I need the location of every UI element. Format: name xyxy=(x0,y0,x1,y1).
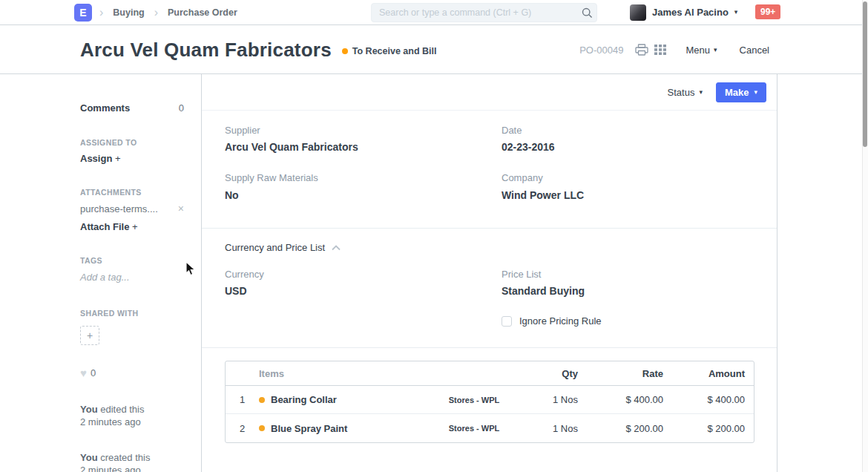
caret-down-icon: ▾ xyxy=(754,89,757,96)
search-input[interactable] xyxy=(372,7,577,18)
item-amount: $ 200.00 xyxy=(663,423,745,434)
currency-label: Currency xyxy=(225,269,264,280)
supply-raw-materials-value[interactable]: No xyxy=(225,189,239,201)
header-amount: Amount xyxy=(663,368,745,379)
activity-action: edited this xyxy=(100,404,144,415)
activity-when: 2 minutes ago xyxy=(80,416,184,428)
navbar: E › Buying › Purchase Order James Al Pac… xyxy=(0,0,868,25)
item-name[interactable]: Blue Spray Paint xyxy=(271,423,347,434)
item-warehouse: Stores - WPL xyxy=(426,396,522,404)
app-logo[interactable]: E xyxy=(74,4,92,22)
date-label: Date xyxy=(502,125,522,136)
add-share-button[interactable]: + xyxy=(80,326,99,345)
section-currency-price-list[interactable]: Currency and Price List xyxy=(225,242,341,253)
currency-value[interactable]: USD xyxy=(225,285,247,297)
status-text: To Receive and Bill xyxy=(352,46,437,56)
menu-button[interactable]: Menu ▾ xyxy=(685,45,717,56)
status-dropdown[interactable]: Status ▾ xyxy=(668,87,703,98)
add-tag-input[interactable]: Add a tag... xyxy=(80,272,184,283)
chevron-right-icon: › xyxy=(154,7,158,19)
search-icon[interactable] xyxy=(577,7,596,19)
form-area: Status ▾ Make ▾ Supplier Arcu Vel Quam F… xyxy=(201,74,777,472)
row-index: 2 xyxy=(226,423,259,434)
scrollbar-track[interactable] xyxy=(862,0,868,472)
chevron-right-icon: › xyxy=(99,7,103,19)
status-dot-icon xyxy=(342,48,348,54)
mouse-cursor xyxy=(185,261,196,277)
heart-icon[interactable]: ♥ xyxy=(80,367,87,378)
plus-icon: + xyxy=(132,221,138,232)
user-menu[interactable]: James Al Pacino ▾ xyxy=(630,0,737,24)
header-rate: Rate xyxy=(578,368,663,379)
breadcrumb: › Buying › Purchase Order xyxy=(99,0,237,24)
activity-actor: You xyxy=(80,452,98,463)
global-search xyxy=(371,3,597,22)
table-row[interactable]: 2 Blue Spray Paint Stores - WPL 1 Nos $ … xyxy=(226,414,754,442)
activity-actor: You xyxy=(80,404,98,415)
avatar xyxy=(630,4,646,21)
supply-raw-materials-label: Supply Raw Materials xyxy=(225,172,318,183)
price-list-value[interactable]: Standard Buying xyxy=(502,285,585,297)
assign-button[interactable]: Assign + xyxy=(80,153,184,164)
assigned-to-heading: ASSIGNED TO xyxy=(80,138,184,147)
likes-count: 0 xyxy=(91,367,96,378)
cancel-button[interactable]: Cancel xyxy=(740,45,769,56)
page-title: Arcu Vel Quam Fabricators xyxy=(80,39,332,62)
item-status-dot-icon xyxy=(259,397,265,403)
table-row[interactable]: 1 Bearing Collar Stores - WPL 1 Nos $ 40… xyxy=(226,386,754,414)
doc-id: PO-00049 xyxy=(579,45,623,56)
make-button[interactable]: Make ▾ xyxy=(716,82,766,102)
activity-action: created this xyxy=(100,452,150,463)
comments-section[interactable]: Comments 0 xyxy=(80,102,184,114)
item-qty: 1 Nos xyxy=(522,423,578,434)
item-warehouse: Stores - WPL xyxy=(426,424,522,433)
section-title: Currency and Price List xyxy=(225,242,325,253)
attach-file-button[interactable]: Attach File + xyxy=(80,221,184,232)
item-qty: 1 Nos xyxy=(522,394,578,405)
company-value[interactable]: Wind Power LLC xyxy=(502,189,584,201)
item-name[interactable]: Bearing Collar xyxy=(271,394,337,405)
user-name: James Al Pacino xyxy=(652,7,729,18)
date-value[interactable]: 02-23-2016 xyxy=(502,141,555,153)
activity-when: 2 minutes ago xyxy=(80,464,184,472)
cancel-label: Cancel xyxy=(740,45,769,56)
plus-icon: + xyxy=(87,330,93,341)
attachments-heading: ATTACHMENTS xyxy=(80,188,184,197)
supplier-value[interactable]: Arcu Vel Quam Fabricators xyxy=(225,141,358,153)
breadcrumb-buying[interactable]: Buying xyxy=(113,7,144,18)
section-divider xyxy=(202,228,777,229)
row-index: 1 xyxy=(226,394,259,405)
print-icon[interactable] xyxy=(635,44,648,56)
caret-down-icon: ▾ xyxy=(734,9,738,16)
section-divider xyxy=(202,347,777,348)
item-amount: $ 400.00 xyxy=(663,394,745,405)
attachment-item: purchase-terms.... × xyxy=(80,203,184,214)
menu-label: Menu xyxy=(685,45,710,56)
item-rate: $ 200.00 xyxy=(578,423,663,434)
caret-down-icon: ▾ xyxy=(714,47,717,53)
activity-entry: You created this 2 minutes ago xyxy=(80,451,184,472)
status-indicator: To Receive and Bill xyxy=(342,46,437,56)
item-rate: $ 400.00 xyxy=(578,394,663,405)
close-icon[interactable]: × xyxy=(178,203,184,214)
item-status-dot-icon xyxy=(259,425,265,431)
breadcrumb-purchase-order[interactable]: Purchase Order xyxy=(168,7,237,18)
chevron-up-icon xyxy=(332,245,341,251)
price-list-label: Price List xyxy=(502,269,541,280)
ignore-pricing-rule-checkbox[interactable] xyxy=(502,316,512,327)
scrollbar-thumb[interactable] xyxy=(863,1,867,147)
attach-file-label: Attach File xyxy=(80,221,129,232)
header-qty: Qty xyxy=(522,368,578,379)
ignore-pricing-rule-label: Ignore Pricing Rule xyxy=(519,315,602,327)
like-row: ♥ 0 xyxy=(80,367,184,378)
notifications-badge[interactable]: 99+ xyxy=(755,4,780,19)
comments-label[interactable]: Comments xyxy=(80,102,130,114)
supplier-label: Supplier xyxy=(225,125,260,136)
comments-count: 0 xyxy=(179,102,184,114)
attachment-link[interactable]: purchase-terms.... xyxy=(80,203,158,214)
status-dropdown-label: Status xyxy=(668,87,695,98)
items-table: Items Qty Rate Amount 1 Bearing Collar S… xyxy=(225,361,754,443)
items-table-header: Items Qty Rate Amount xyxy=(226,361,754,386)
ignore-pricing-rule-row: Ignore Pricing Rule xyxy=(502,315,602,327)
grid-icon[interactable] xyxy=(654,44,666,56)
